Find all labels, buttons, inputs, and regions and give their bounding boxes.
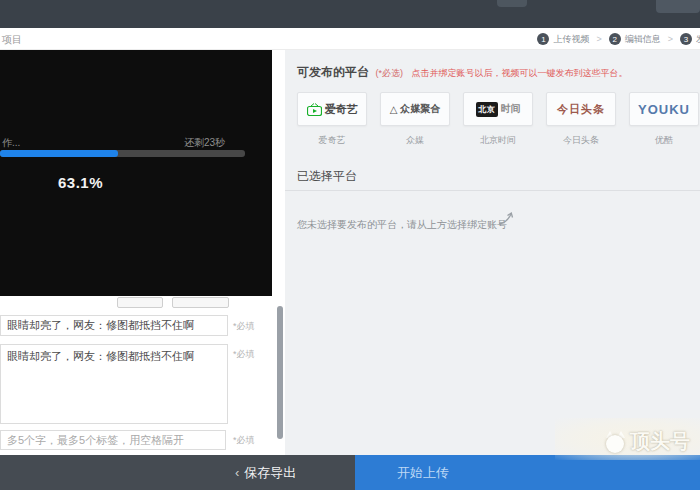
step-3: 3 发布 bbox=[680, 33, 700, 46]
step-3-number: 3 bbox=[680, 33, 692, 45]
cover-option-button[interactable] bbox=[172, 297, 229, 308]
platform-name: 北京时间 bbox=[463, 134, 533, 147]
btime-logo-icon: 北京 bbox=[476, 102, 498, 117]
platform-card-list: 爱奇艺 △ 众媒聚合 北京 时间 今日头条 YOUKU 凤 bbox=[297, 92, 700, 126]
platforms-section-title: 可发布的平台 bbox=[297, 65, 369, 79]
video-preview-panel: 作... 还剩23秒 63.1% bbox=[0, 50, 272, 296]
curved-arrow-up-icon bbox=[497, 210, 517, 226]
video-description-textarea[interactable] bbox=[0, 344, 228, 424]
step-1-label: 上传视频 bbox=[553, 33, 589, 46]
required-label: *必填 bbox=[233, 434, 255, 447]
save-export-button[interactable]: ‹ 保存导出 bbox=[235, 455, 296, 490]
platform-card-iqiyi[interactable]: 爱奇艺 bbox=[297, 92, 367, 126]
step-header: 项目 1 上传视频 > 2 编辑信息 > 3 发布 bbox=[0, 28, 700, 50]
platform-name-labels: 爱奇艺 众媒 北京时间 今日头条 优酷 bbox=[297, 134, 700, 147]
app-window: 项目 1 上传视频 > 2 编辑信息 > 3 发布 作... 还剩23秒 63.… bbox=[0, 0, 700, 490]
platform-name: 优酷 bbox=[629, 134, 699, 147]
iqiyi-tv-icon bbox=[307, 103, 322, 116]
platform-name: 众媒 bbox=[380, 134, 450, 147]
platform-card-toutiao[interactable]: 今日头条 bbox=[546, 92, 616, 126]
window-artifact bbox=[497, 0, 527, 7]
platform-logo-text: 众媒聚合 bbox=[400, 102, 440, 116]
selected-platforms-title: 已选择平台 bbox=[297, 168, 357, 185]
window-artifact bbox=[656, 0, 700, 13]
platform-card-youku[interactable]: YOUKU bbox=[629, 92, 699, 126]
form-scrollbar[interactable] bbox=[277, 306, 283, 439]
step-2-number: 2 bbox=[609, 33, 621, 45]
step-3-label: 发布 bbox=[696, 33, 700, 46]
required-label: *必填 bbox=[233, 348, 255, 361]
step-2-label: 编辑信息 bbox=[625, 33, 661, 46]
footer-dark-section bbox=[0, 455, 355, 490]
step-indicator: 1 上传视频 > 2 编辑信息 > 3 发布 bbox=[537, 28, 700, 50]
platforms-tip-text: 点击并绑定账号以后，视频可以一键发布到这些平台。 bbox=[411, 68, 627, 78]
cover-option-button[interactable] bbox=[117, 297, 163, 308]
section-divider bbox=[285, 190, 700, 191]
video-info-form: *必填 *必填 *必填 bbox=[0, 296, 285, 455]
progress-fill bbox=[0, 150, 118, 157]
render-status-text: 作... bbox=[2, 136, 20, 150]
start-upload-label: 开始上传 bbox=[397, 464, 449, 482]
platform-logo-text: 今日头条 bbox=[557, 102, 605, 117]
platform-card-btime[interactable]: 北京 时间 bbox=[463, 92, 533, 126]
step-1-number: 1 bbox=[537, 33, 549, 45]
step-separator: > bbox=[668, 34, 673, 44]
video-title-input[interactable] bbox=[0, 315, 228, 336]
zhongmei-icon: △ bbox=[390, 104, 398, 115]
save-export-label: 保存导出 bbox=[244, 464, 296, 482]
platform-logo-text: 爱奇艺 bbox=[325, 102, 358, 117]
publish-platforms-panel: 可发布的平台 (*必选) 点击并绑定账号以后，视频可以一键发布到这些平台。 爱奇… bbox=[285, 50, 700, 455]
time-remaining-text: 还剩23秒 bbox=[184, 136, 225, 150]
platform-logo-text: YOUKU bbox=[638, 102, 690, 117]
start-upload-button[interactable]: 开始上传 bbox=[397, 455, 449, 490]
header-left-fragment: 项目 bbox=[2, 33, 22, 47]
footer-action-bar: ‹ 保存导出 开始上传 bbox=[0, 455, 700, 490]
progress-percent-label: 63.1% bbox=[58, 174, 103, 191]
step-2: 2 编辑信息 bbox=[609, 33, 661, 46]
step-separator: > bbox=[596, 34, 601, 44]
progress-bar bbox=[0, 150, 245, 157]
top-title-bar bbox=[0, 0, 700, 28]
cover-toolbar bbox=[0, 296, 285, 310]
platform-logo-text: 时间 bbox=[501, 102, 521, 116]
platform-name: 爱奇艺 bbox=[297, 134, 367, 147]
chevron-left-icon: ‹ bbox=[235, 465, 239, 480]
step-1: 1 上传视频 bbox=[537, 33, 589, 46]
platforms-section-header: 可发布的平台 (*必选) 点击并绑定账号以后，视频可以一键发布到这些平台。 bbox=[297, 62, 627, 81]
required-label: *必填 bbox=[233, 320, 255, 333]
platform-card-zhongmei[interactable]: △ 众媒聚合 bbox=[380, 92, 450, 126]
video-tags-input[interactable] bbox=[0, 430, 226, 450]
platform-name: 今日头条 bbox=[546, 134, 616, 147]
platforms-required-note: (*必选) bbox=[375, 68, 403, 78]
no-platform-selected-message: 您未选择要发布的平台，请从上方选择绑定账号 bbox=[297, 218, 507, 232]
